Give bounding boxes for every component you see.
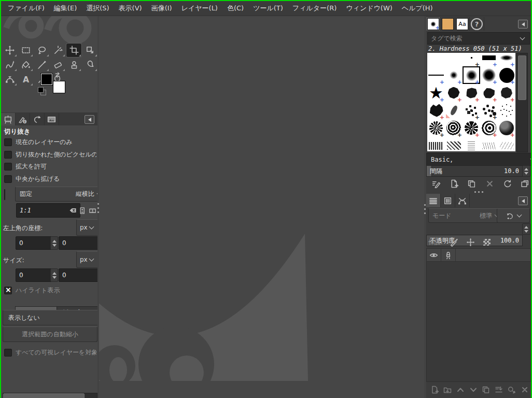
opacity-spinner[interactable] [522, 223, 530, 235]
brush-soft-50[interactable]: + [463, 66, 480, 84]
left-panel-divider[interactable] [97, 16, 99, 398]
brush-splat[interactable]: + [427, 102, 445, 119]
brush-chalk-1[interactable]: + [445, 84, 463, 102]
spin-up-icon[interactable] [52, 272, 57, 275]
delete-layer-button[interactable] [518, 384, 531, 395]
duplicate-brush-button[interactable] [465, 178, 479, 189]
brush-block[interactable]: + [480, 53, 498, 66]
default-colors-fg-mini[interactable] [38, 87, 44, 93]
layer-mode-switch-button[interactable] [497, 208, 530, 223]
brush-soft-75[interactable]: + [480, 66, 498, 84]
checkbox[interactable] [4, 151, 12, 159]
brush-sparse-dots[interactable] [498, 102, 515, 119]
size-height-input[interactable]: 0 [59, 268, 97, 282]
tool-rectangle-select[interactable] [18, 44, 33, 57]
brush-vine-1[interactable] [480, 137, 498, 151]
landscape-orientation-button[interactable] [87, 203, 97, 218]
spin-down-icon[interactable] [52, 244, 57, 247]
refresh-brushes-button[interactable] [500, 178, 514, 189]
new-layer-group-button[interactable] [441, 384, 454, 395]
tab-layers[interactable] [426, 194, 441, 207]
tab-fonts[interactable]: Aa [455, 17, 470, 31]
brush-chalk-2[interactable]: + [463, 84, 480, 102]
brush-sponge-1[interactable]: + [427, 119, 445, 137]
dock-menu-button[interactable] [518, 196, 528, 205]
visibility-column-header[interactable] [427, 249, 441, 261]
tab-channels[interactable] [441, 194, 455, 207]
option-current-layer-only[interactable]: 現在のレイヤーのみ [4, 138, 96, 146]
lock-alpha-button[interactable] [481, 236, 493, 248]
menu-item-9[interactable]: ウィンドウ(W) [341, 1, 397, 16]
add-layer-mask-button[interactable] [506, 384, 519, 395]
tool-eraser[interactable] [50, 58, 65, 72]
menu-item-10[interactable]: ヘルプ(H) [397, 1, 438, 16]
tab-undo-history[interactable] [30, 113, 45, 125]
menu-item-7[interactable]: ツール(T) [248, 1, 288, 16]
new-layer-button[interactable] [428, 384, 441, 395]
layer-list[interactable] [426, 248, 531, 382]
lock-pixels-button[interactable] [448, 236, 459, 248]
spacing-spinner[interactable] [522, 165, 530, 177]
background-color-swatch[interactable] [53, 81, 65, 93]
tab-patterns[interactable] [441, 17, 455, 31]
brush-sponge-2[interactable]: + [445, 119, 463, 137]
guides-dropdown[interactable]: 表示しない [3, 310, 97, 325]
size-unit-button[interactable]: px [76, 251, 97, 268]
brush-sponge-5[interactable]: + [498, 119, 515, 137]
aspect-ratio-input[interactable]: 1:1 [16, 203, 80, 218]
option-delete-cropped-pixels[interactable]: 切り抜かれた側のピクセルの削除 [4, 150, 96, 159]
menu-item-2[interactable]: 選択(S) [81, 1, 114, 16]
position-y-input[interactable]: 0 [59, 236, 97, 250]
brush-star[interactable]: ★+ [427, 84, 445, 102]
brush-pepper[interactable]: + [480, 102, 498, 119]
brush-chalk-3[interactable]: + [480, 84, 498, 102]
duplicate-layer-button[interactable] [480, 384, 493, 395]
edit-brush-button[interactable] [429, 178, 443, 189]
spacing-slider[interactable]: 間隔 10.0 [426, 165, 523, 177]
brush-filter-dropdown[interactable]: Basic, [426, 153, 531, 166]
option-highlight[interactable]: ハイライト表示 [4, 286, 96, 294]
brush-sponge-3[interactable]: + [463, 119, 480, 137]
checkbox[interactable] [4, 175, 12, 183]
brush-smear[interactable] [445, 102, 463, 119]
brush-soft-ellipse[interactable]: + [498, 53, 515, 66]
tool-free-select[interactable] [34, 44, 49, 57]
spin-down-icon[interactable] [524, 172, 528, 175]
position-spinner[interactable] [50, 236, 58, 250]
checkbox[interactable] [4, 138, 12, 146]
brush-soft-25[interactable]: + [445, 66, 463, 84]
menu-item-4[interactable]: 画像(I) [147, 1, 177, 16]
brush-vine-2[interactable] [498, 137, 515, 151]
tab-document-history[interactable]: ? [470, 17, 484, 31]
lower-layer-button[interactable] [467, 384, 480, 395]
raise-layer-button[interactable] [454, 384, 467, 395]
position-unit-button[interactable]: px [76, 219, 97, 236]
tool-gradient[interactable] [2, 58, 17, 72]
tab-paths[interactable] [455, 194, 470, 207]
layer-mode-dropdown[interactable]: モード 標準 [428, 208, 503, 223]
foreground-color-swatch[interactable] [40, 73, 53, 86]
tab-tool-options[interactable] [1, 113, 16, 125]
brush-search-input[interactable] [428, 35, 521, 42]
link-column-header[interactable] [441, 249, 456, 261]
brush-pixel[interactable]: + [463, 53, 480, 66]
option-expand-from-center[interactable]: 中央から拡げる [4, 175, 96, 183]
delete-brush-button[interactable] [483, 178, 497, 189]
size-spinner[interactable] [50, 268, 58, 282]
tab-device-status[interactable]: i [16, 113, 30, 125]
menu-item-3[interactable]: 表示(V) [114, 1, 147, 16]
tab-brushes[interactable]: + [426, 17, 441, 31]
brush-sponge-4[interactable]: + [480, 119, 498, 137]
tool-unified-transform[interactable] [82, 44, 97, 57]
menu-item-1[interactable]: 編集(E) [49, 1, 81, 16]
scrollbar-thumb[interactable] [518, 55, 526, 100]
tool-crop[interactable] [66, 44, 81, 57]
tool-paintbrush[interactable] [34, 58, 49, 72]
dock-menu-button[interactable] [85, 115, 94, 124]
spin-up-icon[interactable] [52, 240, 57, 243]
brush-texture-2[interactable] [445, 137, 463, 151]
brush-texture-1[interactable] [427, 137, 445, 151]
checkbox[interactable] [4, 163, 12, 170]
brush-hard-100[interactable]: + [498, 66, 515, 84]
brush-line[interactable]: + [427, 66, 445, 84]
